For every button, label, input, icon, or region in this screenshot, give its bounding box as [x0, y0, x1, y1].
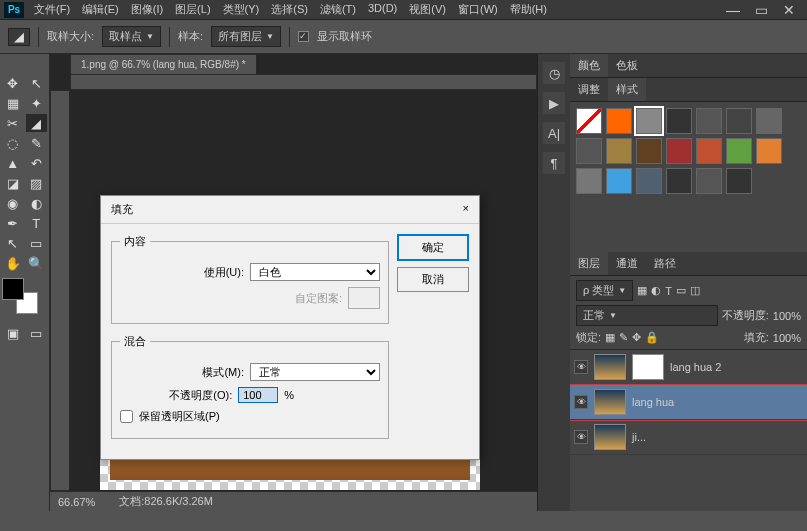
tab-color[interactable]: 颜色: [570, 54, 608, 77]
wand-tool[interactable]: ✦: [26, 94, 48, 112]
tab-paths[interactable]: 路径: [646, 252, 684, 275]
stamp-tool[interactable]: ▲: [2, 154, 24, 172]
lock-paint-icon[interactable]: ✎: [619, 331, 628, 344]
menu-window[interactable]: 窗口(W): [452, 0, 504, 20]
paragraph-icon[interactable]: ¶: [543, 152, 565, 174]
quickmask-tool[interactable]: ▣: [2, 324, 24, 342]
opacity-value[interactable]: 100%: [773, 310, 801, 322]
style-tile[interactable]: [576, 108, 602, 134]
tab-layers[interactable]: 图层: [570, 252, 608, 275]
style-tile[interactable]: [696, 138, 722, 164]
zoom-level[interactable]: 66.67%: [58, 496, 95, 508]
mode-select[interactable]: 正常: [250, 363, 380, 381]
tab-adjust[interactable]: 调整: [570, 78, 608, 101]
text-tool[interactable]: T: [26, 214, 48, 232]
ok-button[interactable]: 确定: [397, 234, 469, 261]
menu-file[interactable]: 文件(F): [28, 0, 76, 20]
show-ring-checkbox[interactable]: ✓: [298, 31, 309, 42]
cancel-button[interactable]: 取消: [397, 267, 469, 292]
style-tile[interactable]: [726, 108, 752, 134]
layer-row[interactable]: 👁lang hua 2: [570, 350, 807, 385]
lock-pixels-icon[interactable]: ▦: [605, 331, 615, 344]
history-icon[interactable]: ◷: [543, 62, 565, 84]
menu-type[interactable]: 类型(Y): [217, 0, 266, 20]
dialog-opacity-input[interactable]: [238, 387, 278, 403]
layer-name[interactable]: lang hua 2: [670, 361, 721, 373]
marquee-tool[interactable]: ▦: [2, 94, 24, 112]
style-tile[interactable]: [636, 168, 662, 194]
visibility-icon[interactable]: 👁: [574, 360, 588, 374]
filter-img-icon[interactable]: ▦: [637, 284, 647, 297]
style-tile[interactable]: [696, 108, 722, 134]
lock-all-icon[interactable]: 🔒: [645, 331, 659, 344]
filter-text-icon[interactable]: T: [665, 285, 672, 297]
menu-filter[interactable]: 滤镜(T): [314, 0, 362, 20]
use-select[interactable]: 白色: [250, 263, 380, 281]
tab-channels[interactable]: 通道: [608, 252, 646, 275]
filter-shape-icon[interactable]: ▭: [676, 284, 686, 297]
zoom-tool[interactable]: 🔍: [26, 254, 48, 272]
eraser-tool[interactable]: ◪: [2, 174, 24, 192]
path-tool[interactable]: ↖: [2, 234, 24, 252]
style-tile[interactable]: [666, 108, 692, 134]
color-swatch[interactable]: [2, 278, 38, 314]
layer-thumb[interactable]: [594, 389, 626, 415]
sample-size-dropdown[interactable]: 取样点▼: [102, 26, 161, 47]
fill-value[interactable]: 100%: [773, 332, 801, 344]
style-tile[interactable]: [666, 138, 692, 164]
style-tile[interactable]: [636, 138, 662, 164]
dialog-close-icon[interactable]: ×: [463, 202, 469, 217]
layer-name[interactable]: lang hua: [632, 396, 674, 408]
style-tile[interactable]: [606, 168, 632, 194]
text-icon[interactable]: A|: [543, 122, 565, 144]
filter-smart-icon[interactable]: ◫: [690, 284, 700, 297]
style-tile[interactable]: [576, 138, 602, 164]
menu-image[interactable]: 图像(I): [125, 0, 169, 20]
gradient-tool[interactable]: ▨: [26, 174, 48, 192]
style-tile[interactable]: [756, 138, 782, 164]
style-tile[interactable]: [666, 168, 692, 194]
layer-mask[interactable]: [632, 354, 664, 380]
shape-tool[interactable]: ▭: [26, 234, 48, 252]
sample-dropdown[interactable]: 所有图层▼: [211, 26, 281, 47]
style-tile[interactable]: [756, 108, 782, 134]
style-tile[interactable]: [726, 168, 752, 194]
menu-select[interactable]: 选择(S): [265, 0, 314, 20]
eyedropper-tool[interactable]: ◢: [26, 114, 48, 132]
hand-tool[interactable]: ✋: [2, 254, 24, 272]
heal-tool[interactable]: ◌: [2, 134, 24, 152]
history-tool[interactable]: ↶: [26, 154, 48, 172]
layer-row[interactable]: 👁lang hua: [570, 385, 807, 420]
screen-tool[interactable]: ▭: [26, 324, 48, 342]
layer-row[interactable]: 👁ji...: [570, 420, 807, 455]
document-tab[interactable]: 1.png @ 66.7% (lang hua, RGB/8#) *: [70, 54, 257, 75]
menu-view[interactable]: 视图(V): [403, 0, 452, 20]
visibility-icon[interactable]: 👁: [574, 395, 588, 409]
layer-thumb[interactable]: [594, 424, 626, 450]
arrow-tool[interactable]: ↖: [26, 74, 48, 92]
pen-tool[interactable]: ✒: [2, 214, 24, 232]
visibility-icon[interactable]: 👁: [574, 430, 588, 444]
tab-styles[interactable]: 样式: [608, 78, 646, 101]
eyedropper-tool-icon[interactable]: ◢: [8, 28, 30, 46]
maximize-icon[interactable]: ▭: [751, 2, 771, 18]
filter-adj-icon[interactable]: ◐: [651, 284, 661, 297]
blur-tool[interactable]: ◉: [2, 194, 24, 212]
brush-tool[interactable]: ✎: [26, 134, 48, 152]
layer-kind-filter[interactable]: ρ 类型▼: [576, 280, 633, 301]
preserve-trans-checkbox[interactable]: [120, 410, 133, 423]
lock-move-icon[interactable]: ✥: [632, 331, 641, 344]
menu-help[interactable]: 帮助(H): [504, 0, 553, 20]
style-tile[interactable]: [696, 168, 722, 194]
style-tile[interactable]: [606, 108, 632, 134]
style-tile[interactable]: [576, 168, 602, 194]
tab-swatch[interactable]: 色板: [608, 54, 646, 77]
menu-edit[interactable]: 编辑(E): [76, 0, 125, 20]
play-icon[interactable]: ▶: [543, 92, 565, 114]
style-tile[interactable]: [726, 138, 752, 164]
style-tile[interactable]: [606, 138, 632, 164]
blend-mode-dropdown[interactable]: 正常▼: [576, 305, 718, 326]
crop-tool[interactable]: ✂: [2, 114, 24, 132]
close-icon[interactable]: ✕: [779, 2, 799, 18]
layer-thumb[interactable]: [594, 354, 626, 380]
